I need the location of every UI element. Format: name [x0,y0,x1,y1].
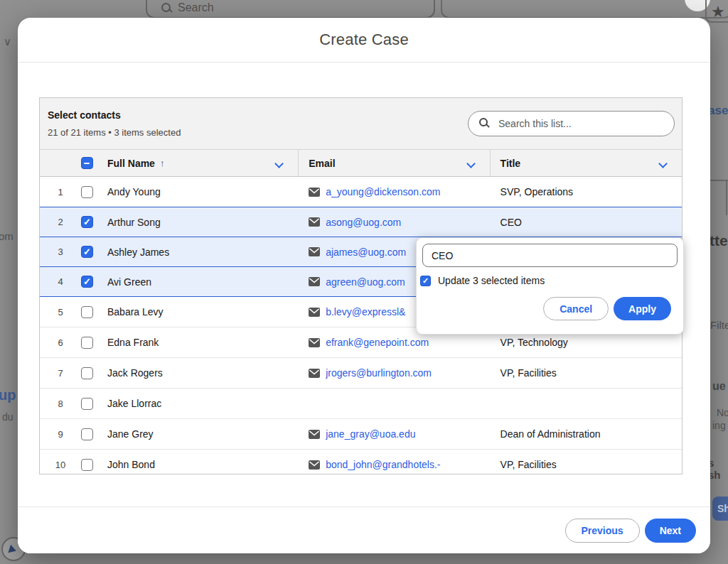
row-checkbox[interactable] [81,459,93,471]
modal-title: Create Case [319,31,409,49]
row-checkbox[interactable] [81,246,93,258]
row-number: 6 [40,337,81,348]
contact-row: 2Arthur Songasong@uog.comCEO [40,207,682,237]
email-icon [309,217,320,227]
column-header-email[interactable]: Email [299,150,490,176]
email-icon [309,308,320,317]
email-link[interactable]: jrogers@burlington.com [326,367,432,379]
contact-row: 10John Bondbond_john@grandhotels.-VP, Fa… [40,450,682,474]
next-button[interactable]: Next [645,519,696,543]
row-checkbox[interactable] [81,306,93,318]
email-link[interactable]: b.levy@expressl& [326,306,405,318]
background-text-tte: tte [710,232,728,249]
item-count-summary: 21 of 21 items • 3 items selected [48,127,181,138]
column-label: Title [500,158,521,169]
list-search-input[interactable] [468,111,675,136]
email-icon [309,188,320,197]
star-icon: ★ [711,3,725,21]
email-icon [309,369,320,378]
email-link[interactable]: bond_john@grandhotels.- [326,459,440,470]
chevron-down-icon[interactable] [276,159,284,167]
contact-name: Babara Levy [107,306,164,318]
email-icon [309,430,320,439]
contact-row: 9Jane Greyjane_gray@uoa.eduDean of Admin… [40,419,682,450]
contact-name: Edna Frank [107,337,159,348]
sort-ascending-icon: ↑ [160,158,165,168]
update-selected-label: Update 3 selected items [438,275,545,286]
search-icon [479,118,488,126]
contact-row: 7Jack Rogersjrogers@burlington.comVP, Fa… [40,358,682,389]
background-text-filter: Filte [710,319,728,331]
contact-name: Jack Rogers [107,367,163,379]
background-text-ue: ue [712,380,726,393]
background-text-ing: ing [712,420,726,431]
background-show-button: Sh [712,497,728,521]
table-header-row: Full Name ↑ Email Title [40,150,682,177]
email-link[interactable]: efrank@genepoint.com [326,337,429,348]
list-panel-header: Select contacts 21 of 21 items • 3 items… [40,98,682,150]
email-link[interactable]: a_young@dickenson.com [326,186,440,197]
email-icon [309,460,320,470]
modal-header: Create Case [18,18,710,63]
row-checkbox[interactable] [81,428,93,440]
contact-name: Ashley James [107,246,169,258]
row-checkbox[interactable] [81,337,93,349]
background-text-ssh: s sh [708,457,728,481]
background-case-link: ase [708,104,728,118]
background-text-du: du [2,411,14,423]
modal-footer: Previous Next [18,506,710,553]
column-label: Full Name [107,158,155,169]
row-checkbox[interactable] [81,367,93,379]
email-link[interactable]: ajames@uog.com [326,246,406,258]
list-search [468,111,675,136]
row-number: 2 [40,217,81,227]
contact-name: Andy Young [107,186,161,197]
chevron-down-icon[interactable] [660,159,668,167]
contact-title: CEO [500,217,522,228]
global-search-placeholder: Search [178,1,214,14]
previous-button[interactable]: Previous [565,519,640,543]
email-icon [309,277,320,286]
contact-title: SVP, Operations [500,186,573,197]
contact-row: 1Andy Younga_young@dickenson.comSVP, Ope… [40,177,682,207]
column-header-title[interactable]: Title [491,150,682,176]
global-search-bar: Search [146,0,435,18]
email-link[interactable]: asong@uog.com [326,217,401,228]
row-number: 7 [40,368,81,379]
background-text-om: om [0,230,14,242]
apply-button[interactable]: Apply [614,297,671,320]
row-number: 5 [40,307,81,318]
contact-name: Jake Llorrac [107,398,161,409]
row-number: 9 [40,429,81,440]
contact-title: VP, Technology [500,337,568,348]
contact-name: Avi Green [107,276,151,288]
create-case-modal: Create Case Select contacts 21 of 21 ite… [18,18,710,553]
chevron-down-icon[interactable] [468,159,476,167]
cancel-button[interactable]: Cancel [543,297,609,320]
row-number: 4 [40,276,81,287]
email-link[interactable]: agreen@uog.com [326,276,405,288]
select-all-checkbox[interactable] [81,157,93,169]
contact-name: Arthur Song [107,217,161,228]
email-icon [309,338,320,347]
row-number: 10 [40,460,81,470]
row-checkbox[interactable] [81,398,93,410]
background-text-up: up [0,387,16,403]
contact-row: 8Jake Llorrac [40,389,682,419]
email-link[interactable]: jane_gray@uoa.edu [326,428,415,440]
background-table-fragment [709,180,728,214]
column-header-full-name[interactable]: Full Name ↑ [40,150,299,176]
contact-name: John Bond [107,459,155,470]
background-text-no: No [717,407,728,418]
title-edit-input[interactable] [422,244,678,267]
chevron-down-icon: ∨ [4,36,11,48]
contact-title: VP, Facilities [500,459,557,470]
contact-name: Jane Grey [107,428,154,440]
row-number: 3 [40,246,81,257]
inline-edit-popover: Update 3 selected items Cancel Apply [416,237,684,335]
row-checkbox[interactable] [81,186,93,198]
row-checkbox[interactable] [81,276,93,288]
update-selected-checkbox[interactable] [420,276,431,286]
row-checkbox[interactable] [81,216,93,228]
contact-title: Dean of Administration [500,428,601,440]
